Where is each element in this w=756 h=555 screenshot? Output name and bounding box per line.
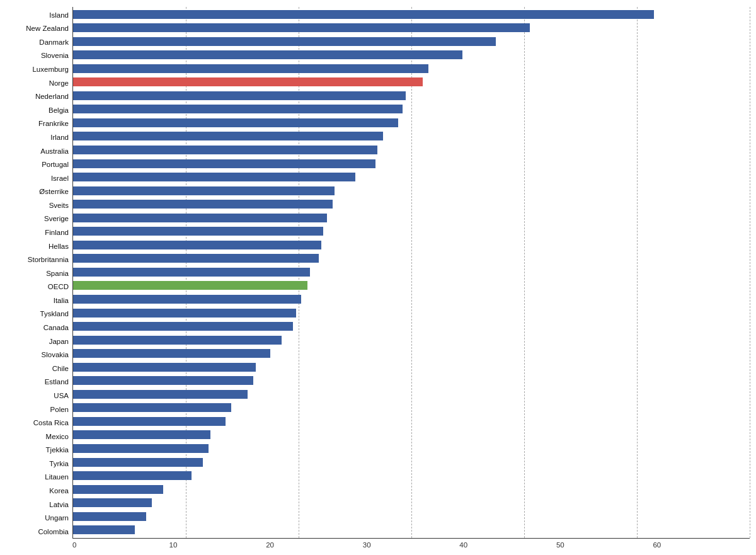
bar-row bbox=[73, 185, 750, 197]
bar-row bbox=[73, 361, 750, 374]
bar-row bbox=[73, 442, 750, 455]
bar bbox=[73, 200, 333, 209]
bar-row bbox=[73, 171, 750, 183]
y-label: Israel bbox=[6, 172, 69, 185]
bar-row bbox=[73, 49, 750, 61]
bar bbox=[73, 498, 152, 507]
y-label: Island bbox=[6, 9, 69, 22]
bar bbox=[73, 309, 296, 318]
bar-row bbox=[73, 76, 750, 88]
y-label: Nederland bbox=[6, 91, 69, 103]
bar bbox=[73, 64, 428, 73]
y-label: Tyskland bbox=[6, 308, 69, 321]
y-label: Danmark bbox=[6, 37, 69, 49]
bar bbox=[73, 105, 403, 113]
y-label: Litauen bbox=[6, 471, 69, 484]
bar bbox=[73, 227, 323, 236]
bar bbox=[73, 159, 375, 168]
bar bbox=[73, 363, 256, 372]
bar bbox=[73, 430, 210, 439]
bar bbox=[73, 376, 253, 385]
x-tick: 20 bbox=[266, 541, 363, 549]
y-label: Canada bbox=[6, 322, 69, 335]
bar-row bbox=[73, 334, 750, 346]
bar bbox=[73, 146, 377, 154]
bar bbox=[73, 281, 307, 290]
x-tick: 30 bbox=[363, 541, 460, 549]
bar-row bbox=[73, 415, 750, 428]
bars-wrapper bbox=[73, 7, 750, 538]
y-label: Tyrkia bbox=[6, 458, 69, 471]
bar bbox=[73, 403, 231, 412]
grid-line bbox=[750, 7, 750, 538]
bar bbox=[73, 241, 321, 249]
bar-row bbox=[73, 388, 750, 401]
bar bbox=[73, 349, 270, 358]
bar-row bbox=[73, 130, 750, 142]
chart-container: IslandNew ZealandDanmarkSloveniaLuxembur… bbox=[6, 7, 750, 549]
x-tick: 60 bbox=[653, 541, 750, 549]
y-label: Latvia bbox=[6, 498, 69, 511]
y-label: Estland bbox=[6, 376, 69, 389]
y-label: Polen bbox=[6, 403, 69, 416]
bars-area bbox=[72, 7, 750, 539]
bar-row bbox=[73, 239, 750, 251]
bar-row bbox=[73, 401, 750, 414]
y-label: USA bbox=[6, 390, 69, 403]
bar-row bbox=[73, 293, 750, 306]
bar bbox=[73, 268, 310, 277]
bar-row bbox=[73, 347, 750, 360]
bar-row bbox=[73, 524, 750, 536]
bar bbox=[73, 254, 319, 263]
bar bbox=[73, 50, 462, 59]
bar-row bbox=[73, 510, 750, 523]
bar-row bbox=[73, 21, 750, 34]
y-label: Australia bbox=[6, 145, 69, 157]
bar-row bbox=[73, 252, 750, 265]
bar bbox=[73, 322, 293, 331]
bar bbox=[73, 512, 146, 521]
bar-row bbox=[73, 62, 750, 75]
bar bbox=[73, 186, 335, 195]
y-label: Norge bbox=[6, 77, 69, 89]
bar-row bbox=[73, 89, 750, 102]
bar bbox=[73, 23, 530, 32]
y-label: Storbritannia bbox=[6, 254, 69, 266]
y-label: Frankrike bbox=[6, 118, 69, 130]
y-axis-labels: IslandNew ZealandDanmarkSloveniaLuxembur… bbox=[6, 7, 72, 539]
y-label: Luxemburg bbox=[6, 64, 69, 76]
bar bbox=[73, 458, 203, 467]
y-label: Chile bbox=[6, 363, 69, 375]
bar bbox=[73, 118, 398, 127]
bar bbox=[73, 525, 135, 534]
bar-row bbox=[73, 198, 750, 210]
x-axis: 0102030405060 bbox=[72, 539, 750, 549]
y-label: Slovakia bbox=[6, 349, 69, 362]
y-label: Mexico bbox=[6, 430, 69, 443]
bar bbox=[73, 336, 282, 345]
x-tick: 0 bbox=[72, 541, 169, 549]
bar-row bbox=[73, 320, 750, 333]
y-label: Spania bbox=[6, 267, 69, 280]
bar bbox=[73, 485, 163, 494]
x-tick: 40 bbox=[459, 541, 556, 549]
y-label: Portugal bbox=[6, 159, 69, 171]
y-label: New Zealand bbox=[6, 23, 69, 35]
bar bbox=[73, 390, 248, 399]
chart-area: IslandNew ZealandDanmarkSloveniaLuxembur… bbox=[6, 7, 750, 539]
y-label: Japan bbox=[6, 335, 69, 348]
bar bbox=[73, 132, 383, 140]
y-label: Slovenia bbox=[6, 50, 69, 62]
bar-row bbox=[73, 225, 750, 237]
bar-row bbox=[73, 8, 750, 21]
bar-row bbox=[73, 266, 750, 278]
bar-row bbox=[73, 279, 750, 292]
y-label: Hellas bbox=[6, 240, 69, 253]
bar-row bbox=[73, 117, 750, 129]
bar-row bbox=[73, 428, 750, 441]
bar-row bbox=[73, 103, 750, 115]
bar bbox=[73, 214, 327, 222]
bar-row bbox=[73, 374, 750, 387]
x-tick: 50 bbox=[556, 541, 653, 549]
bar bbox=[73, 37, 496, 46]
